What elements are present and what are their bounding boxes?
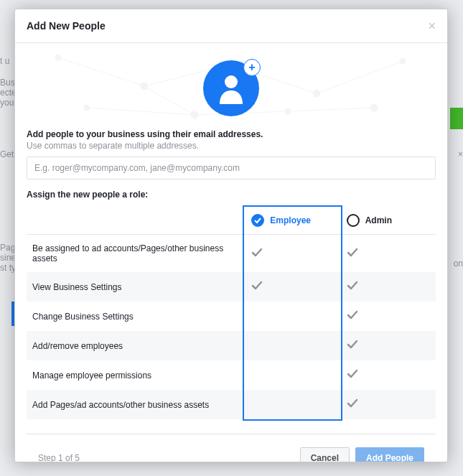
table-row: Add/remove employees [27,331,436,360]
check-icon [347,310,358,322]
table-row: Change Business Settings [27,302,436,331]
email-input[interactable] [27,157,436,179]
instruction-title: Add people to your business using their … [27,129,436,139]
admin-cell [341,302,436,331]
modal-title: Add New People [27,20,106,32]
check-icon [347,340,358,352]
step-indicator: Step 1 of 5 [38,453,80,462]
svg-point-13 [84,105,90,111]
admin-cell [341,235,436,273]
svg-line-4 [87,108,195,115]
modal-header: Add New People × [15,9,447,43]
svg-line-3 [317,61,403,93]
permission-label: Change Business Settings [27,302,245,331]
table-row: Be assigned to ad accounts/Pages/other b… [27,235,436,273]
employee-cell [245,390,340,419]
admin-cell [341,272,436,302]
employee-cell [245,302,340,331]
close-icon[interactable]: × [428,19,436,32]
check-icon [251,281,263,293]
svg-point-15 [285,108,291,114]
svg-point-17 [225,75,238,88]
employee-cell [245,331,340,360]
check-icon [347,398,358,411]
svg-line-0 [58,57,144,86]
employee-cell [245,360,340,390]
admin-cell [341,360,436,390]
svg-line-7 [144,86,195,115]
instruction-subtitle: Use commas to separate multiple addresse… [27,141,436,151]
admin-cell [341,390,436,419]
svg-point-12 [400,58,406,64]
table-row: Add Pages/ad accounts/other business ass… [27,390,436,419]
employee-cell [245,235,340,273]
check-icon [347,369,358,381]
role-column-admin[interactable]: Admin [341,207,436,235]
svg-line-6 [288,108,374,111]
permission-label: View Business Settings [27,272,245,302]
svg-point-11 [313,90,320,97]
table-row: View Business Settings [27,272,436,302]
check-icon [347,248,358,260]
table-row: Manage employee permissions [27,360,436,390]
modal-body: + Add people to your business using thei… [15,43,447,462]
admin-label: Admin [365,215,392,225]
radio-unselected-icon [347,214,360,227]
permission-label: Be assigned to ad accounts/Pages/other b… [27,235,245,273]
permission-label: Add/remove employees [27,331,245,360]
cancel-button[interactable]: Cancel [300,447,350,462]
check-icon [347,281,358,293]
svg-point-16 [370,104,378,111]
svg-point-8 [55,55,61,60]
admin-cell [341,331,436,360]
modal-footer: Step 1 of 5 Cancel Add People [27,439,436,462]
plus-icon: + [243,59,261,76]
employee-cell [245,272,340,302]
radio-selected-icon [251,214,264,227]
role-column-employee[interactable]: Employee [245,207,340,235]
add-people-button[interactable]: Add People [355,447,424,462]
assign-role-label: Assign the new people a role: [27,190,436,200]
person-icon: + [203,60,259,116]
svg-point-9 [141,83,148,90]
employee-label: Employee [270,215,311,225]
svg-point-14 [191,111,198,118]
role-permissions-table: Employee Admin Be a [27,207,436,419]
permission-label: Manage employee permissions [27,360,245,390]
add-people-modal: Add New People × + Add people to your bu… [14,9,448,462]
check-icon [251,248,263,260]
permission-label: Add Pages/ad accounts/other business ass… [27,390,245,419]
